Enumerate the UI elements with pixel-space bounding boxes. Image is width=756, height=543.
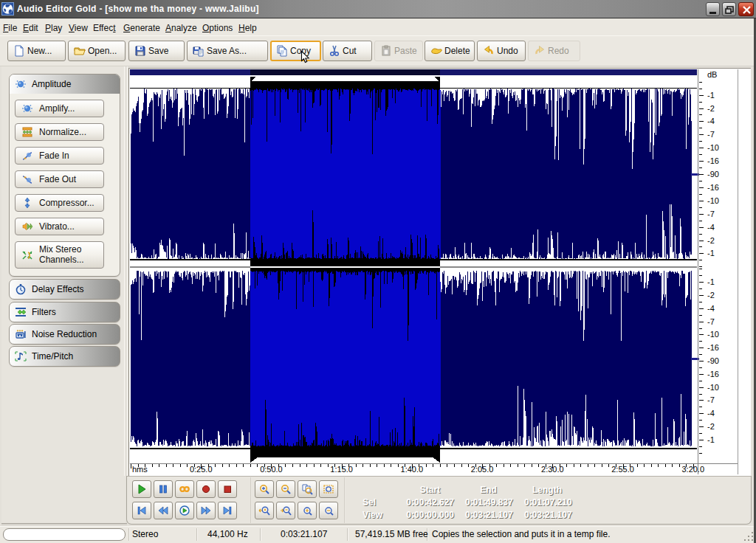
svg-text:-4: -4 — [707, 223, 715, 232]
svg-text:-2: -2 — [707, 422, 715, 431]
svg-text:1:40.0: 1:40.0 — [401, 465, 424, 474]
svg-text:-7: -7 — [707, 210, 715, 218]
svg-text:-16: -16 — [707, 343, 719, 352]
svg-text:-4: -4 — [707, 117, 715, 125]
svg-text:-1: -1 — [707, 249, 715, 257]
svg-text:-10: -10 — [707, 143, 719, 152]
svg-text:-10: -10 — [707, 330, 719, 339]
svg-text:-16: -16 — [707, 370, 719, 378]
svg-text:1:15.0: 1:15.0 — [330, 465, 353, 474]
svg-text:2:05.0: 2:05.0 — [471, 465, 494, 474]
svg-text:-16: -16 — [707, 183, 719, 192]
svg-text:-7: -7 — [707, 395, 715, 404]
svg-text:-2: -2 — [707, 104, 715, 113]
svg-text:-4: -4 — [707, 409, 715, 418]
svg-text:-1: -1 — [707, 91, 715, 100]
svg-text:2:55.0: 2:55.0 — [611, 465, 634, 474]
svg-text:-4: -4 — [707, 304, 715, 313]
svg-text:-10: -10 — [707, 383, 719, 392]
svg-text:dB: dB — [707, 70, 717, 79]
svg-text:-2: -2 — [707, 291, 715, 300]
svg-text:-2: -2 — [707, 236, 715, 245]
svg-text:0:50.0: 0:50.0 — [260, 465, 283, 474]
svg-text:2:30.0: 2:30.0 — [541, 465, 564, 474]
svg-text:-16: -16 — [707, 156, 719, 165]
svg-text:hms: hms — [132, 465, 148, 474]
svg-text:0:25.0: 0:25.0 — [190, 465, 213, 474]
svg-text:-90: -90 — [707, 356, 719, 365]
svg-text:-1: -1 — [707, 277, 715, 286]
svg-text:-10: -10 — [707, 196, 719, 205]
svg-text:-90: -90 — [707, 170, 719, 179]
svg-text:-7: -7 — [707, 130, 715, 139]
svg-text:-7: -7 — [707, 317, 715, 326]
svg-text:-1: -1 — [707, 435, 715, 444]
svg-text:3:20.0: 3:20.0 — [681, 465, 704, 474]
